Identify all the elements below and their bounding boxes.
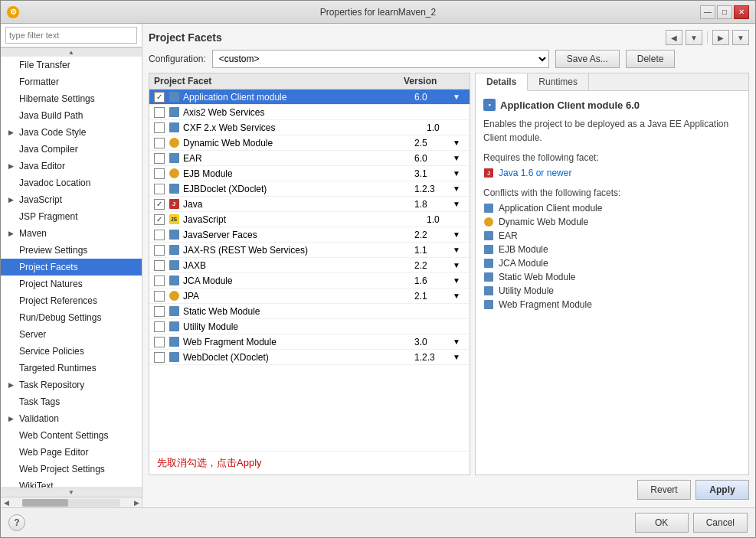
sidebar-item-java-editor[interactable]: ▶ Java Editor [1, 158, 142, 174]
facet-checkbox-cxf[interactable] [154, 122, 165, 133]
sidebar-item-project-facets[interactable]: Project Facets [1, 259, 142, 276]
facet-checkbox-jaxrs[interactable] [154, 245, 165, 256]
facet-version-arrow-java[interactable]: ▼ [453, 200, 465, 208]
facet-checkbox-webdoclet[interactable] [154, 352, 165, 363]
sidebar-item-wikitext[interactable]: WikiText [1, 478, 142, 487]
sidebar-item-formatter[interactable]: Formatter [1, 73, 142, 90]
facet-checkbox-jaxb[interactable] [154, 260, 165, 271]
close-button[interactable]: ✕ [734, 5, 749, 19]
facet-row-ejbdoclet[interactable]: EJBDoclet (XDoclet) 1.2.3 ▼ [149, 181, 470, 197]
facet-version-arrow-webdoclet[interactable]: ▼ [453, 353, 465, 361]
sidebar-item-java-build-path[interactable]: Java Build Path [1, 107, 142, 124]
facet-row-ear[interactable]: EAR 6.0 ▼ [149, 151, 470, 166]
facet-version-arrow-jaxrs[interactable]: ▼ [453, 246, 465, 254]
maximize-button[interactable]: □ [717, 5, 732, 19]
sidebar-item-java-compiler[interactable]: Java Compiler [1, 141, 142, 158]
facet-row-axis2[interactable]: Axis2 Web Services [149, 105, 470, 120]
sidebar-item-server[interactable]: Server [1, 326, 142, 343]
facet-row-jca[interactable]: JCA Module 1.6 ▼ [149, 273, 470, 289]
facet-checkbox-app-client[interactable]: ✓ [154, 92, 165, 103]
facet-checkbox-static-web[interactable] [154, 306, 165, 317]
facet-version-arrow-ear[interactable]: ▼ [453, 154, 465, 162]
sidebar-item-hibernate[interactable]: Hibernate Settings [1, 90, 142, 107]
facet-row-jaxrs[interactable]: JAX-RS (REST Web Services) 1.1 ▼ [149, 243, 470, 258]
facet-version-arrow-app-client[interactable]: ▼ [453, 93, 465, 101]
facet-row-webdoclet[interactable]: WebDoclet (XDoclet) 1.2.3 ▼ [149, 350, 470, 365]
sidebar-item-targeted-runtimes[interactable]: Targeted Runtimes [1, 360, 142, 377]
sidebar-item-service-policies[interactable]: Service Policies [1, 343, 142, 360]
sidebar-item-maven[interactable]: ▶ Maven [1, 225, 142, 242]
sidebar-item-project-references[interactable]: Project References [1, 292, 142, 309]
facet-row-app-client[interactable]: ✓ Application Client module 6.0 ▼ [149, 90, 470, 105]
facet-row-static-web[interactable]: Static Web Module [149, 304, 470, 319]
config-select[interactable]: <custom> [212, 50, 549, 68]
help-button[interactable]: ? [8, 514, 25, 531]
facet-version-arrow-jca[interactable]: ▼ [453, 276, 465, 285]
facet-version-arrow-jsf[interactable]: ▼ [453, 230, 465, 239]
facet-row-jaxb[interactable]: JAXB 2.2 ▼ [149, 258, 470, 273]
sidebar-item-java-code-style[interactable]: ▶ Java Code Style [1, 124, 142, 141]
facet-checkbox-js[interactable]: ✓ [154, 214, 165, 225]
facet-row-ejb[interactable]: EJB Module 3.1 ▼ [149, 166, 470, 181]
sidebar-item-project-natures[interactable]: Project Natures [1, 276, 142, 292]
save-as-button[interactable]: Save As... [555, 50, 620, 68]
facet-row-jsf[interactable]: JavaServer Faces 2.2 ▼ [149, 227, 470, 243]
requires-item-link[interactable]: Java 1.6 or newer [499, 168, 571, 178]
facet-checkbox-dynamic-web[interactable] [154, 138, 165, 148]
facet-checkbox-java[interactable]: ✓ [154, 199, 165, 210]
sidebar-item-task-repository[interactable]: ▶ Task Repository [1, 377, 142, 393]
tab-runtimes[interactable]: Runtimes [528, 73, 589, 90]
facet-row-java[interactable]: ✓ J Java 1.8 ▼ [149, 197, 470, 212]
facet-checkbox-jsf[interactable] [154, 230, 165, 240]
facet-row-cxf[interactable]: CXF 2.x Web Services 1.0 [149, 120, 470, 135]
facet-version-arrow-dynamic-web[interactable]: ▼ [453, 139, 465, 147]
facet-checkbox-ejb[interactable] [154, 168, 165, 179]
apply-button[interactable]: Apply [695, 480, 749, 500]
nav-forward-button[interactable]: ▶ [712, 30, 729, 45]
facet-version-arrow-ejb[interactable]: ▼ [453, 169, 465, 178]
tab-details[interactable]: Details [476, 73, 528, 91]
sidebar-scroll-down[interactable]: ▼ [1, 487, 142, 497]
sidebar-item-web-content[interactable]: Web Content Settings [1, 427, 142, 444]
filter-input[interactable] [5, 27, 137, 44]
sidebar-item-file-transfer[interactable]: File Transfer [1, 57, 142, 73]
facet-row-web-fragment[interactable]: Web Fragment Module 3.0 ▼ [149, 334, 470, 350]
sidebar-item-run-debug[interactable]: Run/Debug Settings [1, 309, 142, 326]
minimize-button[interactable]: — [700, 5, 715, 19]
sidebar-item-web-project-settings[interactable]: Web Project Settings [1, 461, 142, 478]
facet-row-dynamic-web[interactable]: ➜ Dynamic Web Module 2.5 ▼ [149, 135, 470, 151]
facet-row-utility[interactable]: Utility Module [149, 319, 470, 334]
sidebar-scroll-up[interactable]: ▲ [1, 47, 142, 57]
facet-checkbox-web-fragment[interactable] [154, 337, 165, 347]
hscroll-left[interactable]: ◀ [1, 499, 11, 507]
facet-row-js[interactable]: ✓ JS JavaScript 1.0 [149, 212, 470, 227]
facet-checkbox-jpa[interactable] [154, 291, 165, 302]
facet-checkbox-ejbdoclet[interactable] [154, 184, 165, 194]
delete-button[interactable]: Delete [626, 50, 676, 68]
cancel-button[interactable]: Cancel [693, 513, 748, 533]
hscroll-right[interactable]: ▶ [131, 499, 142, 507]
facet-version-arrow-jaxb[interactable]: ▼ [453, 261, 465, 269]
sidebar-item-preview-settings[interactable]: Preview Settings [1, 242, 142, 259]
facet-version-arrow-jpa[interactable]: ▼ [453, 292, 465, 300]
sidebar-item-validation[interactable]: ▶ Validation [1, 410, 142, 427]
facet-checkbox-utility[interactable] [154, 321, 165, 332]
sidebar-item-web-page-editor[interactable]: Web Page Editor [1, 444, 142, 461]
nav-back-button[interactable]: ◀ [666, 30, 682, 45]
facet-version-arrow-web-fragment[interactable]: ▼ [453, 337, 465, 346]
facet-version-arrow-ejbdoclet[interactable]: ▼ [453, 184, 465, 193]
facet-row-jpa[interactable]: JPA 2.1 ▼ [149, 289, 470, 304]
revert-button[interactable]: Revert [637, 480, 691, 500]
sidebar-item-javadoc[interactable]: Javadoc Location [1, 174, 142, 191]
facet-checkbox-ear[interactable] [154, 153, 165, 164]
sidebar-item-task-tags[interactable]: Task Tags [1, 393, 142, 410]
facet-checkbox-axis2[interactable] [154, 107, 165, 118]
ok-button[interactable]: OK [635, 513, 689, 533]
facet-checkbox-jca[interactable] [154, 276, 165, 286]
nav-forward-dropdown-button[interactable]: ▼ [732, 30, 749, 45]
sidebar-item-jsp-fragment[interactable]: JSP Fragment [1, 208, 142, 225]
nav-dropdown-button[interactable]: ▼ [686, 30, 702, 45]
sidebar-item-javascript[interactable]: ▶ JavaScript [1, 191, 142, 208]
sidebar-hscroll[interactable]: ◀ ▶ [1, 497, 142, 507]
facet-icon-jsf [168, 230, 180, 240]
